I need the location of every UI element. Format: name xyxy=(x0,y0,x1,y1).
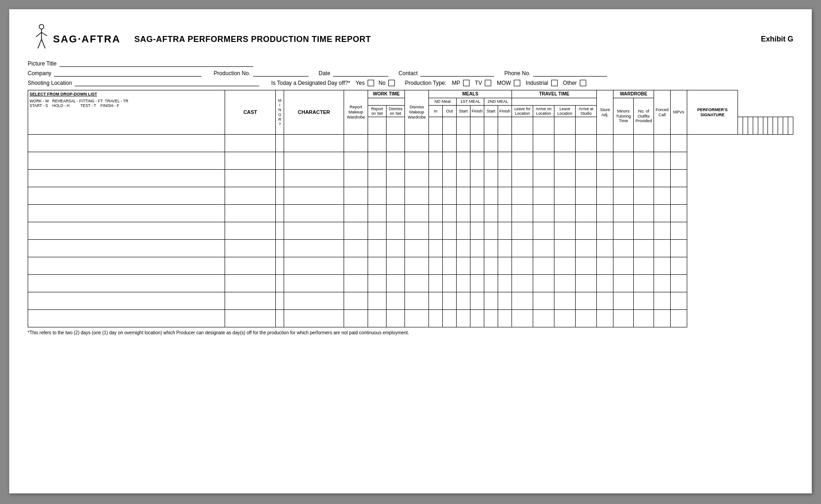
arrive-on-location-cell[interactable] xyxy=(748,117,753,135)
first-start-header: Start xyxy=(457,105,470,117)
tv-checkbox[interactable] xyxy=(485,80,491,86)
table-row xyxy=(28,135,793,152)
leave-for-location-cell[interactable] xyxy=(743,117,748,135)
cast-cell[interactable] xyxy=(28,135,225,152)
leave-for-location-header: Leave forLocation xyxy=(512,105,533,117)
yes-label: Yes xyxy=(356,80,365,86)
production-type-label: Production Type: xyxy=(405,80,446,86)
logo-figure-icon xyxy=(28,23,53,55)
date-field[interactable] xyxy=(333,70,388,77)
forced-call-header: ForcedCall xyxy=(654,90,671,135)
table-row xyxy=(28,152,793,170)
work-time-spacer xyxy=(368,98,405,106)
tv-label: TV xyxy=(475,80,482,86)
second-start-header: Start xyxy=(484,105,498,117)
company-label: Company xyxy=(28,70,51,77)
leave-location-cell[interactable] xyxy=(753,117,758,135)
no-label: No xyxy=(379,80,386,86)
other-checkbox[interactable] xyxy=(580,80,586,86)
second-start-cell[interactable] xyxy=(576,117,597,135)
table-row xyxy=(28,257,793,275)
second-meal-header: 2ND MEAL xyxy=(484,98,512,106)
table-row xyxy=(28,222,793,240)
mpvs-cell[interactable] xyxy=(783,117,788,135)
leave-location-header: LeaveLocation xyxy=(554,105,576,117)
other-label: Other xyxy=(563,80,577,86)
mow-label: MOW xyxy=(497,80,511,86)
nd-in-cell[interactable] xyxy=(498,117,512,135)
header-area: SAG·AFTRA SAG-AFTRA PERFORMERS PRODUCTIO… xyxy=(28,23,793,55)
production-no-field[interactable] xyxy=(253,70,309,77)
stunt-adj-cell[interactable] xyxy=(763,117,768,135)
character-cell[interactable] xyxy=(429,117,443,135)
nd-meal-header: ND Meal xyxy=(429,98,457,106)
phone-label: Phone No. xyxy=(504,70,530,77)
signature-cell[interactable] xyxy=(788,117,793,135)
first-meal-header: 1ST MEAL xyxy=(457,98,484,106)
table-row xyxy=(28,275,793,292)
picture-title-field[interactable] xyxy=(59,60,253,67)
forced-call-cell[interactable] xyxy=(778,117,783,135)
contact-field[interactable] xyxy=(420,70,494,77)
second-finish-cell[interactable] xyxy=(738,117,743,135)
mp-label: MP xyxy=(452,80,460,86)
mpvs-header: MPVs xyxy=(671,90,687,135)
arrive-at-studio-cell[interactable] xyxy=(758,117,763,135)
minor-header: MINOR? xyxy=(276,90,284,135)
yes-checkbox[interactable] xyxy=(368,80,374,86)
cast-cell[interactable] xyxy=(368,117,387,135)
dismiss-on-set-cell[interactable] xyxy=(470,117,484,135)
industrial-checkbox[interactable] xyxy=(551,80,558,86)
arrive-at-studio-header: Arrive atStudio xyxy=(576,105,597,117)
shooting-location-field[interactable] xyxy=(75,79,259,86)
picture-title-row: Picture Title xyxy=(28,60,793,67)
first-finish-header: Finish xyxy=(470,105,484,117)
shooting-location-label: Shooting Location xyxy=(28,80,72,86)
character-cell[interactable] xyxy=(276,135,284,152)
no-checkbox[interactable] xyxy=(388,80,395,86)
mp-checkbox[interactable] xyxy=(463,80,470,86)
date-label: Date xyxy=(319,70,330,77)
travel-time-spacer xyxy=(512,98,597,106)
first-start-cell[interactable] xyxy=(533,117,554,135)
dismiss-on-set-header: Dismisson Set xyxy=(387,105,405,117)
nd-out-cell[interactable] xyxy=(512,117,533,135)
main-table: SELECT FROM DROP-DOWN LIST WORK - W REHE… xyxy=(28,90,793,327)
no-outfits-cell[interactable] xyxy=(773,117,778,135)
designated-day-label: Is Today a Designated Day off?* xyxy=(271,80,350,86)
nd-out-header: Out xyxy=(443,105,457,117)
svg-line-3 xyxy=(42,32,47,36)
minors-tutoring-header: MinorsTutoringTime xyxy=(613,98,634,135)
logo-text: SAG·AFTRA xyxy=(53,33,120,45)
cast-header: CAST xyxy=(225,90,276,135)
dismiss-makeup-cell[interactable] xyxy=(484,117,498,135)
dismiss-makeup-header: DismissMakeupWardrobe xyxy=(405,90,429,135)
svg-line-4 xyxy=(38,39,42,48)
character-header: CHARACTER xyxy=(284,90,344,135)
report-on-set-header: Reporton Set xyxy=(368,105,387,117)
report-makeup-header: ReportMakeupWardrobe xyxy=(344,90,368,135)
minor-cell[interactable] xyxy=(387,117,405,135)
second-finish-header: Finish xyxy=(498,105,512,117)
table-row xyxy=(28,292,793,310)
picture-title-label: Picture Title xyxy=(28,60,57,67)
phone-field[interactable] xyxy=(533,70,607,77)
table-row xyxy=(28,187,793,205)
exhibit-label: Exhibit G xyxy=(761,35,793,43)
minor-cell[interactable] xyxy=(225,135,276,152)
table-row xyxy=(28,310,793,327)
header-group-row-1: SELECT FROM DROP-DOWN LIST WORK - W REHE… xyxy=(28,90,793,98)
stunt-adj-header: StuntAdj. xyxy=(597,90,613,135)
first-finish-cell[interactable] xyxy=(554,117,576,135)
meals-group-header: MEALS xyxy=(429,90,512,98)
work-time-group-header: WORK TIME xyxy=(368,90,405,98)
page-title: SAG-AFTRA PERFORMERS PRODUCTION TIME REP… xyxy=(134,35,371,44)
report-on-set-cell[interactable] xyxy=(457,117,470,135)
dropdown-section-cell: SELECT FROM DROP-DOWN LIST WORK - W REHE… xyxy=(28,90,225,135)
report-makeup-cell[interactable] xyxy=(443,117,457,135)
mow-checkbox[interactable] xyxy=(514,80,520,86)
contact-label: Contact xyxy=(399,70,417,77)
minors-tutoring-cell[interactable] xyxy=(768,117,773,135)
company-field[interactable] xyxy=(54,70,202,77)
production-no-label: Production No. xyxy=(214,70,250,77)
